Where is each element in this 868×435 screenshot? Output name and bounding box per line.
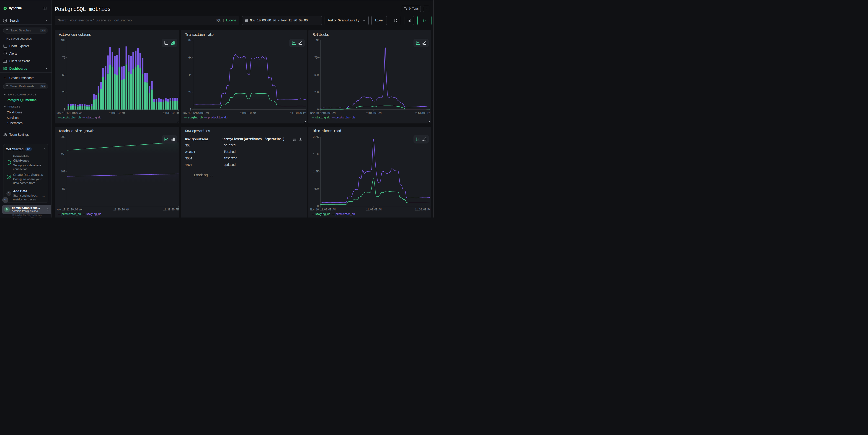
svg-text:15B: 15B	[61, 153, 65, 156]
svg-text:Nov 10 12:00:00 AM: Nov 10 12:00:00 AM	[310, 208, 336, 211]
svg-text:11:00:00 AM: 11:00:00 AM	[366, 208, 381, 211]
svg-text:2K: 2K	[188, 91, 191, 94]
svg-text:250: 250	[314, 91, 319, 94]
svg-text:25: 25	[62, 91, 65, 94]
svg-text:11:00:00 AM: 11:00:00 AM	[113, 208, 129, 211]
svg-text:11:30:00 PM: 11:30:00 PM	[163, 208, 179, 211]
svg-text:1.2K: 1.2K	[313, 170, 319, 173]
svg-text:1K: 1K	[316, 39, 319, 42]
svg-text:2.4K: 2.4K	[313, 135, 319, 138]
svg-text:500: 500	[314, 73, 319, 77]
svg-text:600: 600	[314, 188, 319, 191]
svg-text:11:30:00 PM: 11:30:00 PM	[163, 111, 179, 115]
svg-text:11:30:00 PM: 11:30:00 PM	[290, 111, 306, 115]
svg-text:0: 0	[190, 108, 191, 111]
svg-text:50: 50	[62, 73, 65, 77]
svg-text:20B: 20B	[61, 135, 65, 139]
svg-text:5B: 5B	[62, 188, 65, 191]
svg-text:0: 0	[317, 205, 319, 208]
svg-text:11:30:00 PM: 11:30:00 PM	[415, 208, 430, 211]
svg-text:6K: 6K	[188, 56, 191, 60]
svg-text:11:30:00 PM: 11:30:00 PM	[415, 111, 430, 115]
svg-text:8K: 8K	[188, 39, 191, 42]
svg-text:11:00:00 AM: 11:00:00 AM	[240, 111, 256, 115]
svg-text:100: 100	[61, 39, 65, 42]
svg-text:75: 75	[62, 56, 65, 60]
svg-text:4K: 4K	[188, 73, 191, 77]
svg-text:11:00:00 AM: 11:00:00 AM	[109, 111, 125, 115]
svg-text:Nov 10 12:00:00 AM: Nov 10 12:00:00 AM	[310, 111, 336, 115]
svg-text:0: 0	[63, 205, 65, 208]
svg-text:Nov 10 12:00:00 AM: Nov 10 12:00:00 AM	[57, 111, 82, 115]
svg-text:11:00:00 AM: 11:00:00 AM	[366, 111, 381, 115]
svg-text:10B: 10B	[61, 170, 65, 173]
svg-text:0: 0	[317, 108, 319, 111]
svg-text:750: 750	[314, 56, 319, 60]
svg-text:1.8K: 1.8K	[313, 153, 319, 156]
svg-text:0: 0	[63, 108, 65, 111]
svg-text:Nov 10 12:00:00 AM: Nov 10 12:00:00 AM	[183, 111, 209, 115]
svg-text:Nov 10 12:00:00 AM: Nov 10 12:00:00 AM	[57, 208, 82, 211]
